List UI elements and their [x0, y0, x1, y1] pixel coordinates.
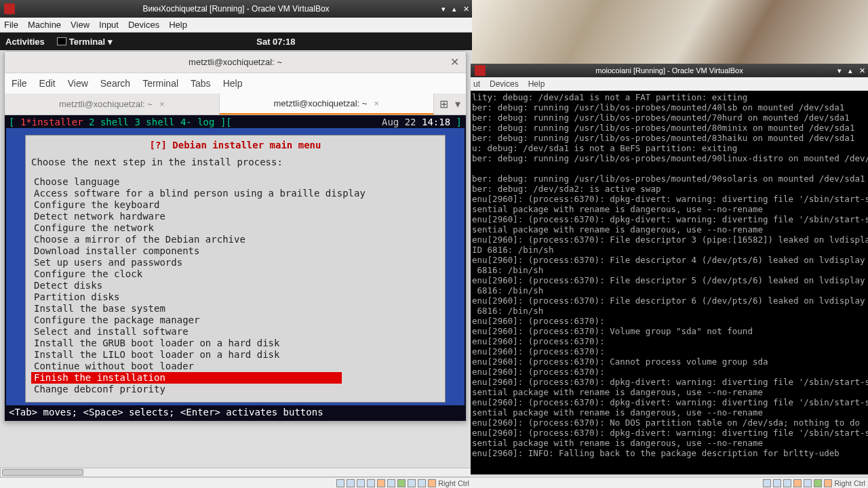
installer-menu-item[interactable]: Install the base system: [31, 303, 439, 314]
installer-menu-item[interactable]: Choose language: [31, 176, 439, 188]
gnome-top-bar: Activities Terminal ▾ Sat 07:18: [0, 33, 472, 50]
virtualbox-window-right: moiocoiani [Running] - Oracle VM Virtual…: [471, 64, 868, 488]
status-shared-icon[interactable]: [793, 479, 802, 487]
vbox-titlebar-right[interactable]: moiocoiani [Running] - Oracle VM Virtual…: [471, 64, 868, 77]
status-cd-icon[interactable]: [347, 479, 355, 487]
terminal-tab-1[interactable]: metztli@xochiquetzal: ~×: [5, 94, 220, 115]
installer-menu-item[interactable]: Detect network hardware: [31, 211, 439, 222]
minimize-button[interactable]: ▾: [837, 66, 842, 75]
gtmenu-edit[interactable]: Edit: [39, 78, 56, 89]
new-tab-button[interactable]: ⊞: [439, 98, 448, 110]
close-button[interactable]: ✕: [859, 66, 865, 75]
close-tab-icon[interactable]: ×: [374, 98, 379, 108]
menu-help-right[interactable]: Help: [528, 79, 545, 89]
installer-menu-item[interactable]: Install the GRUB boot loader on a hard d…: [31, 338, 439, 349]
close-tab-icon[interactable]: ×: [159, 99, 165, 109]
gnome-clock[interactable]: Sat 07:18: [256, 37, 295, 47]
menu-view[interactable]: View: [71, 20, 90, 30]
menu-devices[interactable]: Devices: [128, 20, 159, 30]
maximize-button[interactable]: ▴: [848, 66, 852, 75]
scrollbar-thumb[interactable]: [2, 469, 83, 476]
host-key-indicator[interactable]: Right Ctrl: [438, 479, 469, 487]
gnome-terminal-titlebar[interactable]: metztli@xochiquetzal: ~ ✕: [5, 52, 466, 73]
gtmenu-view[interactable]: View: [68, 78, 88, 89]
status-clip-icon[interactable]: [418, 479, 426, 487]
menu-help[interactable]: Help: [169, 20, 187, 30]
terminal-tab-2[interactable]: metztli@xochiquetzal: ~×: [220, 94, 435, 115]
installer-menu-item[interactable]: Configure the keyboard: [31, 199, 439, 211]
installer-menu-item[interactable]: Continue without boot loader: [31, 361, 439, 372]
menu-file[interactable]: File: [4, 20, 18, 30]
gnome-terminal-menubar: File Edit View Search Terminal Tabs Help: [5, 73, 466, 94]
installer-menu-item[interactable]: Install the LILO boot loader on a hard d…: [31, 349, 439, 361]
menu-devices-right[interactable]: Devices: [490, 79, 519, 89]
tab-dropdown-button[interactable]: ▾: [455, 98, 460, 110]
installer-dialog: [?] Debian installer main menu Choose th…: [25, 135, 446, 403]
status-display-icon[interactable]: [387, 479, 395, 487]
status-rec-icon[interactable]: [397, 479, 406, 487]
status-cd-icon[interactable]: [773, 479, 781, 487]
installer-menu-item[interactable]: Select and install software: [31, 326, 439, 338]
terminal-app-indicator[interactable]: Terminal ▾: [57, 37, 113, 47]
status-hd-icon[interactable]: [763, 479, 771, 487]
installer-menu-item[interactable]: Configure the package manager: [31, 314, 439, 326]
vbox-window-title-right: moiocoiani [Running] - Oracle VM Virtual…: [471, 66, 868, 75]
menu-input-right[interactable]: ut: [473, 79, 480, 89]
status-mouse-icon[interactable]: [824, 479, 832, 487]
vbox-window-title: ВикнXochiquetzal [Running] - Oracle VM V…: [0, 4, 472, 14]
gtmenu-file[interactable]: File: [12, 78, 27, 89]
status-mouse-icon[interactable]: [428, 479, 436, 487]
maximize-button[interactable]: ▴: [452, 5, 456, 14]
installer-menu-item[interactable]: Download installer components: [31, 245, 439, 257]
close-button[interactable]: ✕: [463, 5, 469, 14]
gnome-terminal-title: metztli@xochiquetzal: ~: [189, 57, 282, 67]
status-audio-icon[interactable]: [408, 479, 416, 487]
status-rec-icon[interactable]: [814, 479, 822, 487]
installer-menu-item[interactable]: Partition disks: [31, 291, 439, 303]
vbox-menubar-right: ut Devices Help: [471, 77, 868, 91]
status-net-icon[interactable]: [367, 479, 375, 487]
terminal-icon: [57, 37, 66, 45]
syslog-terminal[interactable]: lity: debug: /dev/sda1 is not a FAT part…: [471, 91, 868, 474]
installer-menu-item[interactable]: Detect disks: [31, 280, 439, 291]
gtmenu-terminal[interactable]: Terminal: [142, 78, 178, 89]
status-shared-icon[interactable]: [377, 479, 385, 487]
vbox-statusbar-right: Right Ctrl: [471, 477, 868, 488]
dialog-prompt: Choose the next step in the install proc…: [31, 157, 439, 168]
vbox-statusbar: Right Ctrl: [0, 477, 472, 488]
status-net-icon[interactable]: [783, 479, 791, 487]
horizontal-scrollbar[interactable]: [0, 468, 472, 477]
virtualbox-window-left: ВикнXochiquetzal [Running] - Oracle VM V…: [0, 0, 472, 488]
installer-help-line: <Tab> moves; <Space> selects; <Enter> ac…: [6, 405, 465, 420]
menu-input[interactable]: Input: [99, 20, 119, 30]
gtmenu-help[interactable]: Help: [223, 78, 243, 89]
terminal-viewport[interactable]: [ 1*installer 2 shell 3 shell 4- log ][ …: [5, 115, 466, 421]
activities-button[interactable]: Activities: [5, 37, 45, 47]
vbox-menubar: File Machine View Input Devices Help: [0, 18, 472, 33]
status-hd-icon[interactable]: [336, 479, 344, 487]
installer-menu-item[interactable]: Access software for a blind person using…: [31, 188, 439, 199]
installer-menu-item[interactable]: Change debconf priority: [31, 384, 439, 395]
installer-menu-list: Choose languageAccess software for a bli…: [31, 176, 439, 395]
status-usb-icon[interactable]: [357, 479, 365, 487]
installer-background: [?] Debian installer main menu Choose th…: [6, 128, 465, 405]
installer-menu-item[interactable]: Set up users and passwords: [31, 257, 439, 268]
gnome-terminal-tabbar: metztli@xochiquetzal: ~× metztli@xochiqu…: [5, 94, 466, 115]
screen-status-line: [ 1*installer 2 shell 3 shell 4- log ][ …: [6, 117, 465, 128]
status-display-icon[interactable]: [804, 479, 812, 487]
installer-menu-item[interactable]: Configure the network: [31, 222, 439, 234]
installer-menu-item[interactable]: Configure the clock: [31, 268, 439, 280]
gtmenu-tabs[interactable]: Tabs: [191, 78, 211, 89]
minimize-button[interactable]: ▾: [441, 5, 446, 14]
host-desktop-background: [472, 0, 868, 64]
gtmenu-search[interactable]: Search: [100, 78, 130, 89]
gnome-terminal-close-button[interactable]: ✕: [450, 56, 459, 68]
installer-menu-item[interactable]: Choose a mirror of the Debian archive: [31, 234, 439, 245]
host-key-indicator-right[interactable]: Right Ctrl: [834, 479, 865, 487]
installer-menu-item[interactable]: Finish the installation: [31, 372, 342, 384]
vbox-titlebar[interactable]: ВикнXochiquetzal [Running] - Oracle VM V…: [0, 0, 472, 18]
dialog-title: [?] Debian installer main menu: [150, 140, 321, 150]
gnome-terminal-window: metztli@xochiquetzal: ~ ✕ File Edit View…: [4, 51, 467, 422]
menu-machine[interactable]: Machine: [28, 20, 61, 30]
